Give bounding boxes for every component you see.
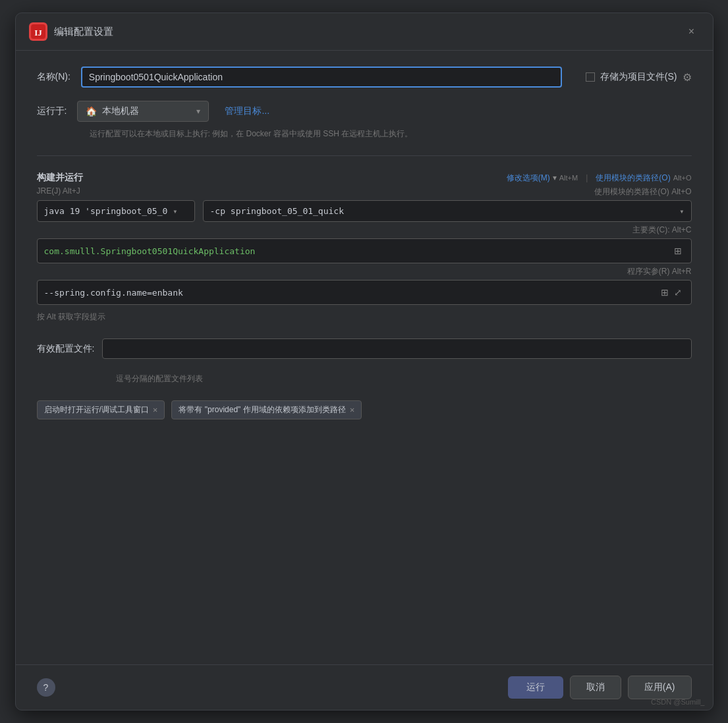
- gear-icon[interactable]: ⚙: [683, 71, 692, 84]
- prog-args-label-row: 程序实参(R) Alt+R: [37, 266, 692, 277]
- run-on-select[interactable]: 🏠 本地机器 ▾: [77, 101, 209, 122]
- tag-open-tool-window: 启动时打开运行/调试工具窗口 ×: [37, 400, 165, 419]
- help-button[interactable]: ?: [37, 678, 55, 697]
- prog-args-row: --spring.config.name=enbank ⊞ ⤢: [37, 280, 692, 305]
- section-actions: 修改选项(M) ▾ Alt+M | 使用模块的类路径(O) Alt+O: [507, 173, 692, 184]
- title-bar: IJ 编辑配置设置 ×: [16, 13, 713, 51]
- alt-hint: 按 Alt 获取字段提示: [37, 312, 106, 321]
- svg-text:IJ: IJ: [34, 28, 42, 38]
- footer: ? 运行 取消 应用(A): [16, 664, 713, 710]
- run-on-option: 本地机器: [102, 105, 139, 117]
- name-label: 名称(N):: [37, 71, 70, 83]
- watermark: CSDN @Sumill_: [651, 698, 704, 706]
- main-class-label-row: 主要类(C): Alt+C: [37, 225, 692, 236]
- main-class-sublabel: 主要类(C): Alt+C: [632, 225, 691, 236]
- jre-cp-row: java 19 'springboot_05_0 ▾ -cp springboo…: [37, 200, 692, 222]
- footer-buttons: 运行 取消 应用(A): [508, 676, 692, 699]
- section-title: 构建并运行: [37, 172, 83, 184]
- apply-button[interactable]: 应用(A): [628, 676, 692, 699]
- dialog-body: 名称(N): 存储为项目文件(S) ⚙ 运行于: 🏠 本地机器 ▾ 管理目标..…: [16, 51, 713, 664]
- tags-row: 启动时打开运行/调试工具窗口 × 将带有 "provided" 作用域的依赖项添…: [37, 400, 692, 419]
- run-on-section: 运行于: 🏠 本地机器 ▾ 管理目标... 运行配置可以在本地或目标上执行: 例…: [37, 101, 692, 140]
- jre-chevron-icon: ▾: [173, 207, 177, 216]
- prog-args-sublabel: 程序实参(R) Alt+R: [627, 266, 692, 277]
- tag-label-2: 将带有 "provided" 作用域的依赖项添加到类路径: [179, 404, 345, 415]
- main-class-browse-button[interactable]: ⊞: [671, 244, 685, 257]
- store-file-checkbox[interactable]: [586, 72, 595, 82]
- build-run-section: 构建并运行 修改选项(M) ▾ Alt+M | 使用模块的类路径(O) Alt+…: [37, 172, 692, 323]
- profile-input[interactable]: [102, 338, 691, 359]
- app-icon: IJ: [29, 22, 47, 41]
- section-header: 构建并运行 修改选项(M) ▾ Alt+M | 使用模块的类路径(O) Alt+…: [37, 172, 692, 184]
- cp-sublabel: 使用模块的类路径(O) Alt+O: [594, 186, 691, 198]
- edit-config-dialog: IJ 编辑配置设置 × 名称(N): 存储为项目文件(S) ⚙ 运行于: 🏠 本…: [15, 13, 714, 710]
- main-class-value: com.smulll.Springboot0501QuickApplicatio…: [44, 246, 671, 256]
- tag-provided-deps: 将带有 "provided" 作用域的依赖项添加到类路径 ×: [171, 400, 362, 419]
- use-module-link[interactable]: 使用模块的类路径(O) Alt+O: [596, 173, 691, 184]
- manage-link[interactable]: 管理目标...: [225, 105, 269, 117]
- sublabels-row: JRE(J) Alt+J 使用模块的类路径(O) Alt+O: [37, 186, 692, 198]
- run-on-desc: 运行配置可以在本地或目标上执行: 例如，在 Docker 容器中或使用 SSH …: [90, 129, 413, 138]
- prog-args-value: --spring.config.name=enbank: [44, 288, 658, 298]
- cp-select[interactable]: -cp springboot_05_01_quick ▾: [203, 200, 692, 222]
- tag-close-2[interactable]: ×: [350, 406, 355, 414]
- store-file-area: 存储为项目文件(S) ⚙: [586, 71, 692, 84]
- tag-label-1: 启动时打开运行/调试工具窗口: [44, 404, 149, 415]
- cancel-button[interactable]: 取消: [570, 676, 621, 699]
- jre-sublabel: JRE(J) Alt+J: [37, 186, 80, 198]
- profile-row: 有效配置文件:: [37, 338, 692, 359]
- home-icon: 🏠: [86, 106, 97, 117]
- run-on-row: 运行于: 🏠 本地机器 ▾ 管理目标...: [37, 101, 692, 122]
- cp-value: -cp springboot_05_01_quick: [210, 206, 345, 216]
- profile-label: 有效配置文件:: [37, 343, 95, 355]
- close-button[interactable]: ×: [684, 24, 700, 40]
- jre-select[interactable]: java 19 'springboot_05_0 ▾: [37, 200, 195, 222]
- jre-value: java 19 'springboot_05_0: [44, 206, 168, 216]
- store-file-label: 存储为项目文件(S): [600, 71, 677, 83]
- name-row: 名称(N): 存储为项目文件(S) ⚙: [37, 67, 692, 88]
- expand-button[interactable]: ⤢: [671, 286, 685, 299]
- chevron-down-icon: ▾: [196, 107, 200, 116]
- cp-chevron-icon: ▾: [679, 207, 684, 216]
- prog-args-browse-button[interactable]: ⊞: [658, 286, 671, 299]
- main-class-row: com.smulll.Springboot0501QuickApplicatio…: [37, 238, 692, 263]
- profile-desc: 逗号分隔的配置文件列表: [116, 374, 203, 383]
- divider-1: [37, 155, 692, 156]
- modify-options-link[interactable]: 修改选项(M) ▾ Alt+M: [507, 173, 578, 184]
- tag-close-1[interactable]: ×: [153, 406, 158, 414]
- name-input[interactable]: [81, 67, 562, 88]
- run-on-label: 运行于:: [37, 105, 67, 117]
- dialog-title: 编辑配置设置: [54, 26, 677, 38]
- run-button[interactable]: 运行: [508, 676, 563, 699]
